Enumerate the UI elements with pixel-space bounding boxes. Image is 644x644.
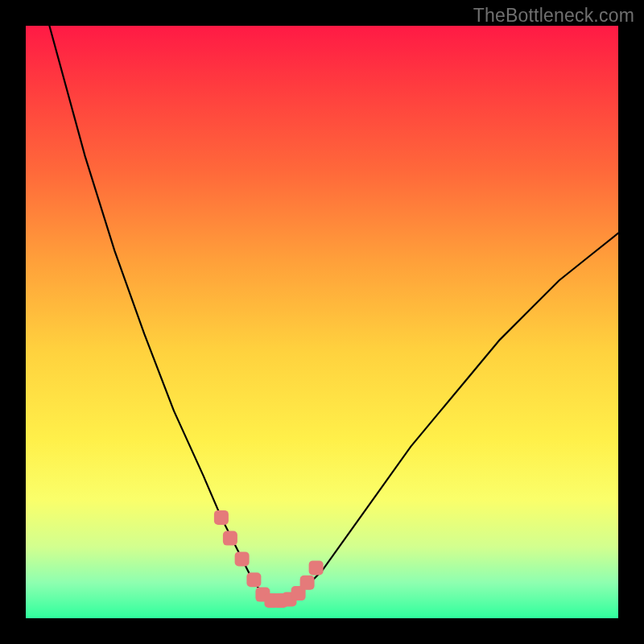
highlight-marker	[223, 531, 237, 546]
highlight-marker	[300, 576, 315, 590]
highlight-marker	[309, 560, 324, 575]
watermark-text: TheBottleneck.com	[473, 5, 634, 27]
plot-area	[26, 26, 618, 618]
chart-frame: TheBottleneck.com	[0, 0, 644, 644]
highlight-marker	[235, 551, 250, 566]
bottleneck-curve	[49, 26, 618, 601]
highlight-marker	[246, 572, 261, 587]
chart-svg	[26, 26, 618, 618]
highlight-markers-group	[214, 510, 324, 608]
highlight-marker	[214, 510, 229, 525]
